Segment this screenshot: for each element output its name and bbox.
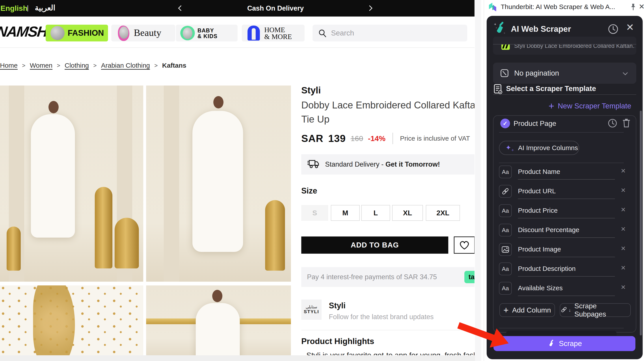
search-input[interactable] — [331, 25, 459, 42]
text-type-icon: Aa — [499, 204, 512, 217]
history-clock-icon[interactable] — [608, 23, 619, 35]
breadcrumb-clothing[interactable]: Clothing — [64, 62, 89, 69]
brand-logo-arabic: ستايلي — [306, 305, 317, 309]
promo-next-icon[interactable] — [367, 5, 372, 11]
scraped-item-field[interactable]: Styli Dobby Lace Embroidered Collared Ka… — [493, 36, 636, 55]
column-row-product-price: Aa Product Price ✕ — [487, 204, 630, 222]
size-option-xl[interactable]: XL — [392, 205, 423, 221]
template-history-icon[interactable] — [608, 118, 618, 128]
text-type-icon: Aa — [499, 262, 512, 275]
new-scraper-template-button[interactable]: + New Scraper Template — [548, 101, 631, 111]
column-label[interactable]: Available Sizes — [518, 283, 563, 293]
product-image-1[interactable] — [0, 86, 143, 282]
delete-template-icon[interactable] — [622, 118, 631, 128]
scrape-broom-icon — [547, 340, 555, 348]
svg-text:✧: ✧ — [504, 32, 505, 34]
scrape-button[interactable]: Scrape — [494, 336, 636, 351]
beauty-label: Beauty — [134, 25, 161, 42]
nav-tab-fashion[interactable]: FASHION — [46, 25, 108, 42]
field-underline — [518, 198, 615, 199]
language-arabic[interactable]: العربية — [35, 0, 55, 16]
add-column-label: Add Column — [512, 306, 551, 314]
breadcrumb-separator: > — [93, 62, 96, 69]
search-bar[interactable] — [312, 25, 467, 42]
promo-prev-icon[interactable] — [178, 5, 184, 11]
pagination-select[interactable]: No pagination — [493, 62, 636, 84]
template-name[interactable]: Product Page — [514, 118, 556, 129]
column-label[interactable]: Product Description — [518, 263, 576, 274]
nav-tab-home-more[interactable]: HOME& MORE — [242, 25, 304, 42]
divider — [499, 163, 624, 163]
page-vertical-scrollbar[interactable] — [475, 0, 481, 361]
remove-column-icon[interactable]: ✕ — [621, 284, 626, 291]
nav-tab-baby-kids[interactable]: BABY& KIDS — [176, 25, 238, 42]
language-english[interactable]: English — [0, 0, 28, 16]
remove-column-icon[interactable]: ✕ — [621, 167, 626, 174]
gold-lace-detail — [33, 286, 75, 361]
namshi-logo[interactable]: NAMSHI — [0, 23, 51, 40]
fashion-label: FASHION — [68, 25, 104, 42]
column-label[interactable]: Product Price — [518, 205, 558, 216]
size-option-l[interactable]: L — [361, 205, 390, 221]
plus-icon: + — [548, 101, 554, 111]
search-icon — [318, 29, 327, 38]
column-label[interactable]: Product URL — [518, 186, 556, 196]
no-pagination-icon — [500, 68, 509, 78]
remove-column-icon[interactable]: ✕ — [621, 226, 626, 233]
promo-banner: Cash On Delivery — [225, 0, 326, 16]
add-column-button[interactable]: + Add Column — [500, 303, 555, 317]
text-type-icon: Aa — [499, 282, 512, 295]
language-separator: | — [27, 0, 29, 16]
ai-web-scraper-panel: ✦ ✧ ✧ AI Web Scraper ✕ Styli Dobby Lace … — [487, 16, 643, 359]
remove-column-icon[interactable]: ✕ — [621, 264, 626, 272]
chevron-down-icon — [623, 70, 628, 75]
old-price: 160 — [351, 134, 363, 143]
column-label[interactable]: Product Name — [518, 166, 560, 177]
plus-icon: + — [504, 305, 508, 315]
panel-scrollbar-thumb[interactable] — [640, 111, 642, 336]
nav-tab-beauty[interactable]: Beauty — [111, 25, 175, 42]
add-to-bag-button[interactable]: ADD TO BAG — [301, 236, 448, 254]
scroll-clip-edge — [493, 36, 636, 44]
column-row-product-url: Product URL ✕ — [487, 185, 630, 202]
column-row-available-sizes: Aa Available Sizes ✕ — [487, 282, 630, 300]
brand-logo-tile[interactable]: ستايلي STYLI — [301, 300, 322, 320]
field-underline — [518, 296, 615, 296]
brand-follow-title[interactable]: Styli — [329, 301, 346, 310]
brand-name[interactable]: Styli — [301, 85, 321, 96]
column-row-product-description: Aa Product Description ✕ — [487, 262, 630, 280]
model — [213, 96, 224, 108]
breadcrumb-arabian-clothing[interactable]: Arabian Clothing — [101, 62, 150, 69]
divider — [392, 133, 393, 144]
remove-column-icon[interactable]: ✕ — [621, 245, 626, 252]
breadcrumb-separator: > — [22, 62, 25, 69]
scrape-subpages-button[interactable]: ↓ Scrape Subpages — [560, 303, 631, 317]
wishlist-button[interactable] — [454, 236, 474, 254]
side-panel-close-icon[interactable]: ✕ — [639, 0, 644, 14]
product-image-2[interactable] — [146, 86, 291, 282]
remove-column-icon[interactable]: ✕ — [621, 206, 626, 213]
breadcrumb-home[interactable]: Home — [0, 62, 18, 69]
home-label: HOME& MORE — [264, 26, 292, 40]
scraper-tool-icon: ✦ ✧ ✧ — [493, 22, 506, 35]
breadcrumb-women[interactable]: Women — [30, 62, 52, 69]
svg-text:✦: ✦ — [494, 22, 496, 26]
delivery-banner: Standard Delivery - Get it Tomorrow! — [301, 154, 474, 174]
pin-icon[interactable] — [630, 3, 637, 11]
delivery-text: Standard Delivery - Get it Tomorrow! — [325, 154, 440, 174]
product-image-3[interactable] — [0, 286, 143, 361]
column-label[interactable]: Discount Percentage — [518, 224, 580, 235]
column-label[interactable]: Product Image — [518, 244, 561, 254]
size-option-2xl[interactable]: 2XL — [426, 205, 460, 221]
brand-logo-latin: STYLI — [304, 309, 319, 314]
remove-column-icon[interactable]: ✕ — [621, 187, 626, 194]
text-type-icon: Aa — [499, 166, 512, 178]
divider — [499, 132, 624, 133]
template-selected-check-icon[interactable]: ✓ — [500, 118, 510, 128]
panel-close-icon[interactable]: ✕ — [626, 22, 634, 33]
size-option-m[interactable]: M — [331, 205, 360, 221]
product-image-4[interactable] — [146, 286, 291, 361]
ai-improve-columns-button[interactable]: ✦✧ AI Improve Columns — [499, 141, 579, 155]
divider — [499, 328, 624, 328]
page-horizontal-scrollbar[interactable] — [0, 355, 475, 361]
